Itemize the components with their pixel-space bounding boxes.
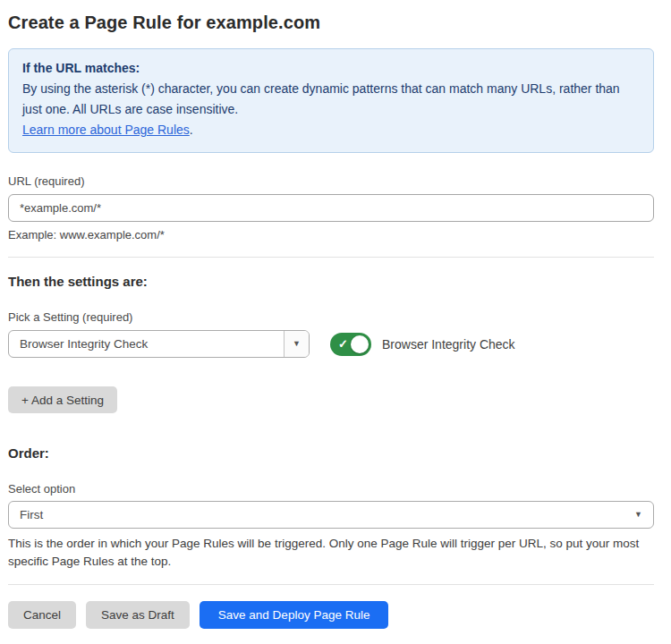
chevron-down-icon: ▼ xyxy=(293,340,301,348)
info-box-link-line: Learn more about Page Rules. xyxy=(22,120,640,140)
page-title: Create a Page Rule for example.com xyxy=(8,12,654,33)
setting-select-arrow-button[interactable]: ▼ xyxy=(284,331,309,357)
order-select-label: Select option xyxy=(8,482,654,496)
check-icon: ✓ xyxy=(338,337,348,352)
browser-integrity-toggle[interactable]: ✓ xyxy=(330,333,371,356)
setting-picker-label: Pick a Setting (required) xyxy=(8,310,654,324)
divider xyxy=(8,257,654,258)
url-example-text: Example: www.example.com/* xyxy=(8,228,654,242)
add-setting-button[interactable]: + Add a Setting xyxy=(8,386,117,413)
url-match-info-box: If the URL matches: By using the asteris… xyxy=(8,48,654,153)
toggle-label: Browser Integrity Check xyxy=(382,337,515,352)
url-field-label: URL (required) xyxy=(8,174,654,188)
setting-select-value: Browser Integrity Check xyxy=(20,331,148,357)
order-help-text: This is the order in which your Page Rul… xyxy=(8,535,654,571)
settings-section-heading: Then the settings are: xyxy=(8,274,654,289)
setting-select[interactable]: Browser Integrity Check ▼ xyxy=(8,330,310,358)
save-and-deploy-button[interactable]: Save and Deploy Page Rule xyxy=(200,601,389,629)
cancel-button[interactable]: Cancel xyxy=(8,601,76,629)
order-section-heading: Order: xyxy=(8,445,654,461)
setting-toggle-group: ✓ Browser Integrity Check xyxy=(330,333,515,356)
order-select-value: First xyxy=(20,502,43,528)
info-box-heading: If the URL matches: xyxy=(22,58,640,79)
divider xyxy=(8,584,654,585)
info-box-body: By using the asterisk (*) character, you… xyxy=(22,79,640,120)
setting-row: Browser Integrity Check ▼ ✓ Browser Inte… xyxy=(8,330,654,358)
link-suffix: . xyxy=(190,123,193,137)
page-rule-form: Create a Page Rule for example.com If th… xyxy=(0,0,671,629)
order-select-caret: ▼ xyxy=(634,502,642,528)
save-as-draft-button[interactable]: Save as Draft xyxy=(86,601,190,629)
toggle-knob xyxy=(351,335,369,353)
form-actions: Cancel Save as Draft Save and Deploy Pag… xyxy=(8,601,654,629)
url-input[interactable] xyxy=(8,194,654,222)
order-select[interactable]: First ▼ xyxy=(8,501,654,529)
chevron-down-icon: ▼ xyxy=(634,511,642,519)
learn-more-link[interactable]: Learn more about Page Rules xyxy=(22,123,190,137)
